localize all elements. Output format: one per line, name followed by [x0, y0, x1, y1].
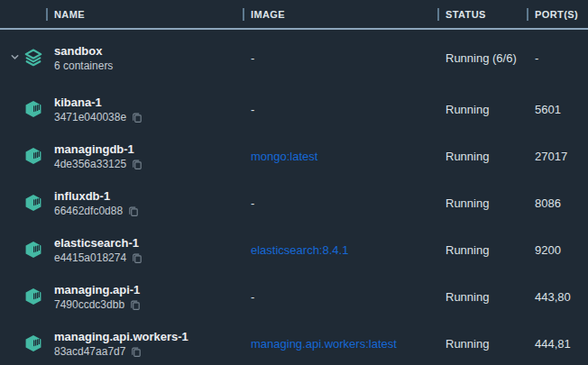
table-row[interactable]: managing.api-1 7490ccdc3dbb - Running 44… [0, 273, 588, 320]
ports-text: 27017 [535, 150, 567, 163]
status-text: Running [446, 103, 489, 116]
copy-icon[interactable] [132, 252, 142, 264]
image-name: - [251, 103, 254, 116]
chevron-down-icon[interactable] [10, 52, 20, 62]
container-subline: 4de356a33125 [54, 157, 142, 171]
container-id: 66462dfc0d88 [54, 204, 123, 218]
row-status-cell: Running [446, 273, 535, 320]
table-row[interactable]: sandbox 6 containers - Running (6/6) - [0, 30, 588, 86]
image-link[interactable]: managing.api.workers:latest [251, 337, 397, 351]
row-icon-cell [0, 226, 54, 273]
copy-icon[interactable] [132, 159, 142, 170]
ports-text: 443,80 [535, 290, 571, 304]
row-status-cell: Running [446, 179, 535, 226]
table-body: sandbox 6 containers - Running (6/6) - [0, 30, 588, 365]
image-name: - [251, 290, 254, 304]
container-subline: e4415a018274 [54, 251, 142, 265]
container-name: kibana-1 [54, 95, 102, 110]
container-id: 3471e040038e [54, 110, 126, 124]
ports-text: 444,81 [535, 337, 571, 351]
row-image-cell: - [251, 86, 446, 132]
container-id: 4de356a33125 [54, 157, 126, 171]
container-icon [23, 240, 43, 260]
container-subline: 7490ccdc3dbb [54, 297, 141, 312]
container-icon [23, 193, 43, 213]
row-name-cell: kibana-1 3471e040038e [54, 86, 251, 132]
column-divider [46, 8, 48, 21]
row-image-cell: - [251, 30, 446, 86]
row-ports-cell: 27017 [535, 132, 588, 179]
row-image-cell: - [251, 273, 446, 320]
container-id: e4415a018274 [54, 251, 126, 265]
row-name-cell: managing.api.workers-1 83acd47aa7d7 [54, 320, 251, 365]
column-divider [527, 8, 528, 21]
column-header-ports-label: PORT(S) [535, 9, 578, 20]
status-text: Running [446, 337, 489, 351]
column-header-name[interactable]: NAME [54, 0, 251, 28]
copy-icon[interactable] [132, 112, 142, 123]
row-ports-cell: 5601 [535, 86, 588, 132]
row-status-cell: Running [446, 86, 535, 132]
container-subline: 6 containers [54, 59, 113, 73]
copy-icon[interactable] [131, 346, 142, 358]
column-header-status[interactable]: STATUS [446, 0, 535, 28]
container-id: 7490ccdc3dbb [54, 297, 124, 312]
column-divider [243, 8, 244, 21]
column-header-image-label: IMAGE [251, 9, 285, 20]
row-image-cell: - [251, 179, 446, 226]
container-icon [23, 146, 43, 166]
row-image-cell: elasticsearch:8.4.1 [251, 226, 446, 273]
table-row[interactable]: influxdb-1 66462dfc0d88 - Running 8086 [0, 179, 588, 226]
container-subline: 83acd47aa7d7 [54, 344, 142, 359]
container-icon [23, 99, 43, 119]
ports-text: 9200 [535, 243, 561, 257]
container-name: influxdb-1 [54, 188, 110, 204]
container-name: managing.api-1 [54, 282, 140, 297]
row-name-cell: managingdb-1 4de356a33125 [54, 132, 251, 179]
status-text: Running [446, 243, 489, 257]
ports-text: 8086 [535, 196, 561, 210]
image-link[interactable]: elasticsearch:8.4.1 [251, 243, 348, 257]
image-link[interactable]: mongo:latest [251, 150, 317, 163]
table-header: NAME IMAGE STATUS PORT(S) [0, 0, 588, 30]
row-name-cell: managing.api-1 7490ccdc3dbb [54, 273, 251, 320]
column-divider [437, 8, 439, 21]
status-text: Running [446, 196, 489, 210]
container-icon [23, 333, 43, 353]
row-name-cell: elasticsearch-1 e4415a018274 [54, 226, 251, 273]
status-text: Running [446, 150, 489, 163]
column-header-status-label: STATUS [446, 9, 486, 20]
copy-icon[interactable] [128, 205, 139, 217]
container-subline: 3471e040038e [54, 110, 142, 124]
image-name: - [251, 196, 254, 210]
column-header-name-label: NAME [54, 9, 85, 20]
container-subline: 66462dfc0d88 [54, 204, 139, 218]
container-name: sandbox [54, 43, 102, 59]
row-icon-cell [0, 179, 54, 226]
row-image-cell: mongo:latest [251, 132, 446, 179]
row-icon-cell [0, 86, 54, 132]
row-status-cell: Running [446, 320, 535, 365]
ports-text: 5601 [535, 103, 561, 116]
row-ports-cell: - [535, 30, 588, 86]
status-text: Running [446, 290, 489, 304]
row-ports-cell: 8086 [535, 179, 588, 226]
table-row[interactable]: kibana-1 3471e040038e - Running 5601 [0, 86, 588, 132]
container-icon [23, 287, 43, 306]
table-row[interactable]: elasticsearch-1 e4415a018274 elasticsear… [0, 226, 588, 273]
row-icon-cell [0, 132, 54, 179]
table-row[interactable]: managing.api.workers-1 83acd47aa7d7 mana… [0, 320, 588, 365]
ports-text: - [535, 51, 538, 65]
container-name: managingdb-1 [54, 141, 134, 157]
copy-icon[interactable] [130, 299, 141, 311]
row-status-cell: Running [446, 132, 535, 179]
column-header-ports[interactable]: PORT(S) [535, 0, 588, 28]
row-status-cell: Running (6/6) [446, 30, 535, 86]
row-ports-cell: 443,80 [535, 273, 588, 320]
row-name-cell: sandbox 6 containers [54, 30, 251, 86]
table-row[interactable]: managingdb-1 4de356a33125 mongo:latest R… [0, 132, 588, 179]
stack-icon [23, 48, 43, 68]
image-name: - [251, 51, 254, 65]
column-header-image[interactable]: IMAGE [251, 0, 446, 28]
row-image-cell: managing.api.workers:latest [251, 320, 446, 365]
